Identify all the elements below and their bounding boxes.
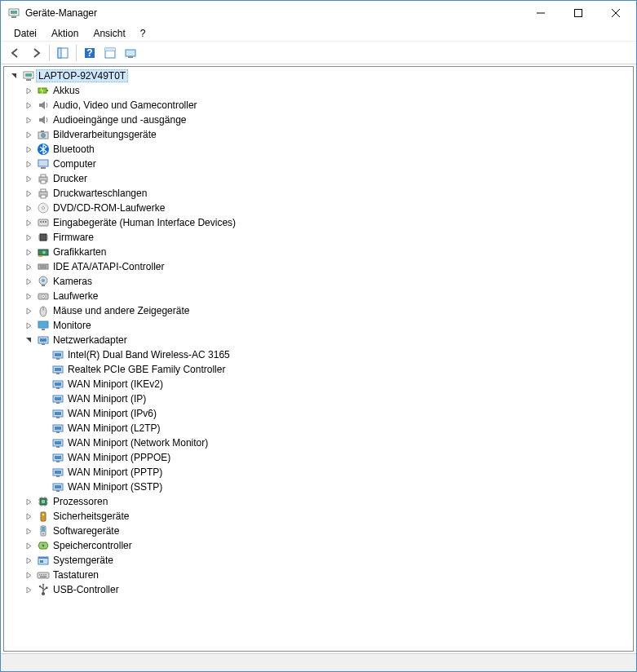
chevron-right-icon[interactable] [22,113,35,126]
tree-item[interactable]: Monitore [4,318,633,333]
tree-item[interactable]: Intel(R) Dual Band Wireless-AC 3165 [4,347,633,362]
help-button[interactable]: ? [80,43,100,63]
menubar: Datei Aktion Ansicht ? [1,25,636,42]
chevron-down-icon[interactable] [22,334,35,347]
chevron-right-icon[interactable] [22,524,35,537]
menu-ansicht[interactable]: Ansicht [86,26,131,41]
chevron-right-icon[interactable] [22,172,35,185]
chevron-right-icon[interactable] [22,495,35,508]
svg-rect-15 [128,56,133,58]
tree-item[interactable]: Mäuse und andere Zeigegeräte [4,303,633,318]
tree-item-label: Systemgeräte [53,555,113,566]
chevron-right-icon[interactable] [22,510,35,523]
chevron-right-icon [37,422,50,435]
tree-item[interactable]: Bildverarbeitungsgeräte [4,127,633,142]
tree-item-label: WAN Miniport (SSTP) [68,481,162,493]
chevron-right-icon[interactable] [22,231,35,244]
chevron-right-icon[interactable] [22,290,35,303]
menu-help[interactable]: ? [134,26,153,41]
tree-item[interactable]: Systemgeräte [4,553,633,568]
chevron-down-icon[interactable] [7,69,20,82]
chevron-right-icon[interactable] [22,84,35,97]
tree-item[interactable]: Laufwerke [4,289,633,303]
tree-item-label: Realtek PCIe GBE Family Controller [68,364,225,375]
tree-item[interactable]: WAN Miniport (IP) [4,391,633,406]
statusbar [1,653,636,671]
chevron-right-icon[interactable] [22,99,35,112]
tree-item[interactable]: LAPTOP-92V49T0T [4,69,633,83]
chevron-right-icon[interactable] [22,260,35,273]
tree-item[interactable]: Audio, Video und Gamecontroller [4,98,633,113]
tree-item[interactable]: WAN Miniport (Network Monitor) [4,435,633,450]
chevron-right-icon[interactable] [22,201,35,214]
chevron-right-icon[interactable] [22,583,35,596]
tree-item-label: WAN Miniport (IPv6) [68,408,157,419]
security-icon [37,510,50,523]
tree-item[interactable]: Eingabegeräte (Human Interface Devices) [4,215,633,230]
tree-item[interactable]: Tastaturen [4,568,633,582]
scan-hardware-button[interactable] [121,43,140,63]
tree-item[interactable]: Audioeingänge und -ausgänge [4,113,633,127]
tree-item[interactable]: WAN Miniport (L2TP) [4,421,633,435]
chevron-right-icon[interactable] [22,187,35,200]
tree-item[interactable]: Sicherheitsgeräte [4,509,633,524]
chevron-right-icon [37,466,50,479]
computer-icon [22,69,35,82]
tree-item[interactable]: Computer [4,157,633,171]
chevron-right-icon[interactable] [22,245,35,259]
tree-item-label: IDE ATA/ATAPI-Controller [53,261,164,272]
tree-item[interactable]: USB-Controller [4,582,633,597]
tree-item[interactable]: Grafikkarten [4,245,633,259]
chevron-right-icon[interactable] [22,554,35,567]
tree-item-label: DVD/CD-ROM-Laufwerke [53,202,165,214]
tree-item-label: Tastaturen [53,569,99,581]
forward-button[interactable] [26,43,46,63]
device-tree[interactable]: LAPTOP-92V49T0TAkkusAudio, Video und Gam… [3,66,634,652]
disc-icon [37,201,50,214]
tree-item-label: Prozessoren [53,496,108,507]
maximize-button[interactable] [560,1,597,25]
network-icon [51,378,64,391]
tree-item[interactable]: IDE ATA/ATAPI-Controller [4,259,633,274]
chevron-right-icon[interactable] [22,128,35,141]
tree-item[interactable]: WAN Miniport (PPPOE) [4,450,633,465]
chevron-right-icon[interactable] [22,539,35,552]
properties-button[interactable] [100,43,120,63]
menu-datei[interactable]: Datei [7,26,43,41]
show-hide-tree-button[interactable] [53,43,73,63]
chevron-right-icon[interactable] [22,319,35,332]
tree-item[interactable]: DVD/CD-ROM-Laufwerke [4,201,633,215]
minimize-button[interactable] [522,1,560,25]
chevron-right-icon[interactable] [22,143,35,156]
tree-item[interactable]: WAN Miniport (IKEv2) [4,377,633,391]
chevron-right-icon[interactable] [22,275,35,288]
tree-item[interactable]: Drucker [4,171,633,186]
tree-item-label: Audio, Video und Gamecontroller [53,99,197,111]
tree-item[interactable]: Netzwerkadapter [4,333,633,347]
tree-item[interactable]: WAN Miniport (SSTP) [4,480,633,494]
tree-item[interactable]: Kameras [4,274,633,289]
tree-item[interactable]: Akkus [4,83,633,98]
tree-item[interactable]: Druckwarteschlangen [4,186,633,201]
chevron-right-icon[interactable] [22,157,35,170]
tree-item[interactable]: Speichercontroller [4,538,633,553]
tree-item-label: Eingabegeräte (Human Interface Devices) [53,217,236,228]
menu-aktion[interactable]: Aktion [45,26,85,41]
chevron-right-icon [37,407,50,420]
tree-item[interactable]: Bluetooth [4,142,633,157]
tree-item-label: Laufwerke [53,290,98,302]
chevron-right-icon[interactable] [22,304,35,317]
tree-item[interactable]: WAN Miniport (IPv6) [4,406,633,421]
chevron-right-icon [37,480,50,493]
chevron-right-icon[interactable] [22,568,35,581]
tree-item[interactable]: Prozessoren [4,494,633,509]
tree-item[interactable]: Softwaregeräte [4,524,633,538]
tree-item-label: Softwaregeräte [53,525,119,537]
tree-item[interactable]: Firmware [4,230,633,245]
close-button[interactable] [597,1,635,25]
tree-item[interactable]: WAN Miniport (PPTP) [4,465,633,480]
tree-item[interactable]: Realtek PCIe GBE Family Controller [4,362,633,377]
back-button[interactable] [6,43,25,63]
chevron-right-icon[interactable] [22,216,35,229]
network-icon [51,436,64,449]
